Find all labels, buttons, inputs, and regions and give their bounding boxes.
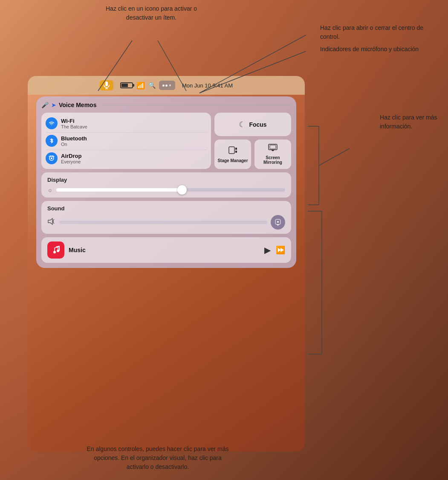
annotation-right-top-2: Indicadores de micrófono y ubicación bbox=[320, 45, 439, 54]
music-app-label: Music bbox=[69, 247, 260, 253]
network-section: Wi-Fi The Batcave Bluetooth On bbox=[41, 113, 291, 169]
header-app-name: Voice Memos bbox=[59, 102, 96, 108]
wifi-item[interactable]: Wi-Fi The Batcave bbox=[46, 115, 207, 131]
display-section: Display ☼ bbox=[41, 172, 291, 198]
skip-button[interactable]: ⏩ bbox=[276, 245, 285, 255]
focus-button[interactable]: ☾ Focus bbox=[214, 113, 291, 136]
airdrop-icon-circle bbox=[46, 152, 58, 164]
music-controls: ▶ ⏩ bbox=[264, 245, 285, 255]
volume-slider[interactable] bbox=[59, 221, 267, 224]
annotation-right-mid: Haz clic para ver más información. bbox=[380, 113, 444, 131]
cc-header: 🎤 ➤ Voice Memos bbox=[41, 102, 291, 108]
svg-point-15 bbox=[51, 157, 52, 159]
focus-icon: ☾ bbox=[239, 120, 246, 129]
control-center-panel: 🎤 ➤ Voice Memos Wi-Fi bbox=[36, 96, 296, 268]
network-right-panel: ☾ Focus Stage Manager bbox=[214, 113, 291, 169]
brightness-slider[interactable] bbox=[56, 188, 285, 192]
brightness-icon: ☼ bbox=[47, 186, 53, 193]
screen-mirroring-button[interactable]: Screen Mirroring bbox=[254, 140, 291, 169]
stage-manager-icon bbox=[228, 146, 237, 157]
ipad-screen: 📶 🔍 ▼ Mon Jun 10 9:41 AM 🎤 ➤ Voice Memos bbox=[28, 76, 305, 451]
airdrop-text: AirDrop Everyone bbox=[61, 153, 81, 164]
stage-manager-button[interactable]: Stage Manager bbox=[214, 140, 251, 169]
annotation-bottom: En algunos controles, puedes hacer clic … bbox=[85, 445, 230, 471]
airplay-button[interactable] bbox=[271, 215, 285, 230]
music-app-icon[interactable] bbox=[47, 241, 64, 259]
wifi-text: Wi-Fi The Batcave bbox=[61, 118, 87, 129]
volume-row bbox=[47, 215, 285, 230]
annotation-right-top-1: Haz clic para abrir o cerrar el centro d… bbox=[320, 23, 439, 41]
screen-mirroring-icon bbox=[268, 144, 277, 154]
svg-rect-11 bbox=[105, 81, 108, 86]
bluetooth-item[interactable]: Bluetooth On bbox=[46, 132, 207, 149]
wifi-icon-circle bbox=[46, 117, 58, 129]
brightness-fill bbox=[56, 188, 182, 192]
battery-icon bbox=[120, 82, 133, 88]
wifi-icon: 📶 bbox=[136, 81, 145, 90]
sound-section: Sound bbox=[41, 201, 291, 234]
brightness-slider-container[interactable]: ☼ bbox=[47, 186, 285, 193]
search-icon[interactable]: 🔍 bbox=[148, 82, 156, 89]
volume-icon bbox=[47, 218, 56, 227]
bluetooth-icon-circle bbox=[46, 135, 58, 147]
svg-rect-20 bbox=[270, 145, 276, 149]
music-section: Music ▶ ⏩ bbox=[41, 237, 291, 263]
svg-rect-17 bbox=[235, 148, 237, 150]
brightness-thumb[interactable] bbox=[177, 185, 187, 195]
svg-point-25 bbox=[277, 221, 279, 223]
svg-line-23 bbox=[53, 219, 54, 220]
menu-time: Mon Jun 10 9:41 AM bbox=[182, 82, 233, 89]
header-line bbox=[102, 105, 291, 105]
bottom-right-buttons: Stage Manager Screen Mirroring bbox=[214, 140, 291, 169]
svg-line-24 bbox=[53, 223, 54, 224]
stage-manager-label: Stage Manager bbox=[217, 158, 248, 163]
bluetooth-text: Bluetooth On bbox=[61, 135, 87, 147]
header-nav-icon: ➤ bbox=[51, 102, 56, 108]
sound-title: Sound bbox=[47, 205, 285, 212]
svg-rect-18 bbox=[235, 151, 237, 153]
network-left-panel: Wi-Fi The Batcave Bluetooth On bbox=[41, 113, 211, 169]
display-title: Display bbox=[47, 177, 285, 183]
airdrop-item[interactable]: AirDrop Everyone bbox=[46, 150, 207, 166]
header-mic-icon: 🎤 bbox=[41, 102, 49, 108]
play-button[interactable]: ▶ bbox=[264, 245, 271, 255]
mic-button[interactable] bbox=[100, 80, 113, 90]
control-center-button[interactable]: ▼ bbox=[159, 81, 175, 90]
svg-rect-16 bbox=[229, 147, 234, 154]
annotation-top-left: Haz clic en un icono para activar o desa… bbox=[92, 4, 211, 22]
screen-mirroring-label: Screen Mirroring bbox=[257, 155, 289, 165]
focus-label: Focus bbox=[249, 121, 266, 128]
svg-marker-21 bbox=[48, 218, 52, 224]
menu-bar: 📶 🔍 ▼ Mon Jun 10 9:41 AM bbox=[28, 76, 305, 95]
